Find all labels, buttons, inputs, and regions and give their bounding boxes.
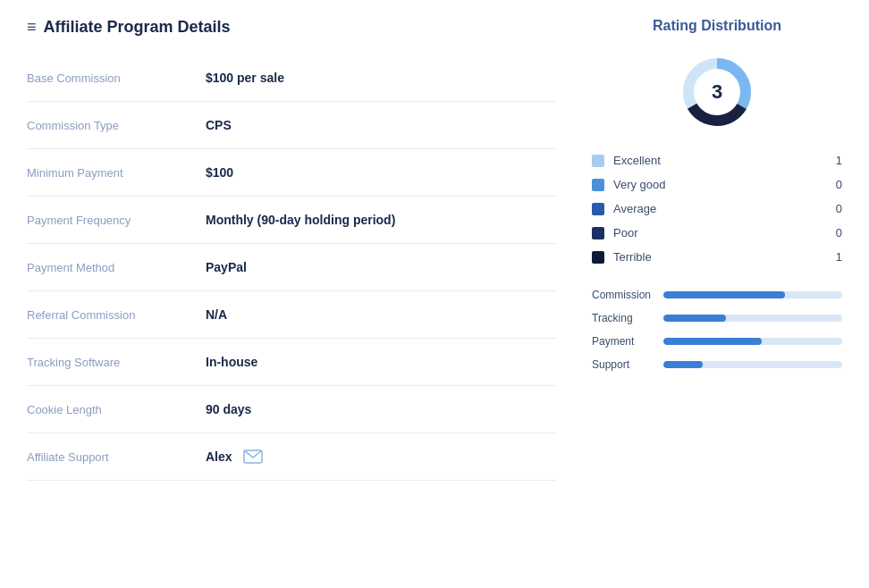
detail-label: Cookie Length (27, 403, 206, 416)
bar-label: Support (592, 358, 663, 371)
bar-fill (663, 315, 726, 322)
detail-label: Payment Frequency (27, 214, 206, 227)
detail-label: Tracking Software (27, 356, 206, 369)
rating-count: 0 (836, 202, 842, 215)
rating-legend: Excellent1Very good0Average0Poor0Terribl… (592, 154, 842, 264)
detail-value: Monthly (90-day holding period) (206, 213, 395, 227)
detail-value: CPS (206, 118, 232, 132)
email-icon[interactable] (243, 449, 263, 464)
rating-color (592, 155, 604, 167)
bar-track (663, 338, 842, 345)
table-row: Referral CommissionN/A (27, 291, 556, 339)
detail-value: Alex (206, 449, 263, 464)
bar-fill (663, 291, 785, 298)
detail-value: PayPal (206, 260, 247, 274)
table-row: Cookie Length90 days (27, 386, 556, 433)
bar-row: Payment (592, 335, 842, 348)
table-row: Base Commission$100 per sale (27, 55, 556, 102)
donut-wrapper: 3 (677, 52, 757, 132)
bar-track (663, 361, 842, 368)
detail-value: $100 per sale (206, 71, 284, 85)
rating-item: Poor0 (592, 226, 842, 239)
bar-fill (663, 361, 703, 368)
rating-title: Rating Distribution (592, 18, 842, 34)
rating-color (592, 179, 604, 191)
donut-number: 3 (712, 80, 722, 104)
detail-value: 90 days (206, 402, 251, 416)
menu-icon: ≡ (27, 18, 37, 37)
bar-row: Support (592, 358, 842, 371)
rating-label: Excellent (613, 154, 836, 167)
panel-title-row: ≡ Affiliate Program Details (27, 18, 556, 37)
table-row: Minimum Payment$100 (27, 149, 556, 197)
affiliate-details-panel: ≡ Affiliate Program Details Base Commiss… (27, 18, 556, 481)
detail-label: Base Commission (27, 71, 206, 85)
detail-label: Commission Type (27, 119, 206, 132)
rating-count: 1 (836, 154, 842, 167)
bar-label: Tracking (592, 312, 663, 324)
detail-value: In-house (206, 355, 257, 369)
rating-item: Very good0 (592, 178, 842, 191)
detail-label: Affiliate Support (27, 450, 206, 464)
detail-value: $100 (206, 165, 233, 180)
rating-color (592, 203, 604, 215)
rating-label: Average (613, 202, 836, 215)
table-row: Commission TypeCPS (27, 102, 556, 149)
rating-color (592, 227, 604, 239)
rating-item: Average0 (592, 202, 842, 215)
table-row: Payment FrequencyMonthly (90-day holding… (27, 197, 556, 244)
rating-label: Very good (613, 178, 836, 191)
rating-distribution-panel: Rating Distribution 3 Excellent1Very goo… (592, 18, 842, 481)
bar-label: Commission (592, 289, 663, 301)
rating-count: 0 (836, 226, 842, 239)
table-row: Affiliate SupportAlex (27, 433, 556, 481)
detail-rows: Base Commission$100 per saleCommission T… (27, 55, 556, 481)
bar-track (663, 291, 842, 298)
detail-label: Payment Method (27, 261, 206, 274)
bar-row: Commission (592, 289, 842, 301)
rating-item: Terrible1 (592, 250, 842, 264)
rating-count: 0 (836, 178, 842, 191)
table-row: Payment MethodPayPal (27, 244, 556, 291)
detail-label: Referral Commission (27, 308, 206, 322)
bar-chart: CommissionTrackingPaymentSupport (592, 289, 842, 371)
rating-label: Terrible (613, 250, 836, 264)
detail-value: N/A (206, 307, 227, 322)
rating-count: 1 (836, 250, 842, 264)
bar-fill (663, 338, 762, 345)
rating-color (592, 251, 604, 264)
bar-track (663, 315, 842, 322)
bar-label: Payment (592, 335, 663, 348)
table-row: Tracking SoftwareIn-house (27, 339, 556, 386)
detail-label: Minimum Payment (27, 166, 206, 180)
donut-chart-container: 3 (592, 52, 842, 132)
bar-row: Tracking (592, 312, 842, 324)
panel-title: Affiliate Program Details (44, 18, 231, 37)
rating-item: Excellent1 (592, 154, 842, 167)
rating-label: Poor (613, 226, 836, 239)
